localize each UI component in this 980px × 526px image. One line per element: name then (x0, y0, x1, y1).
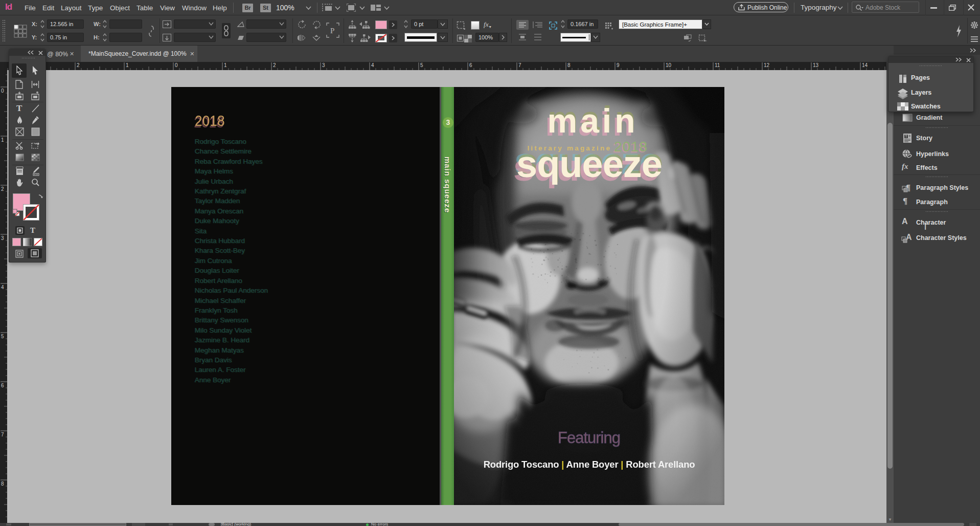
svg-text:P: P (330, 27, 334, 35)
